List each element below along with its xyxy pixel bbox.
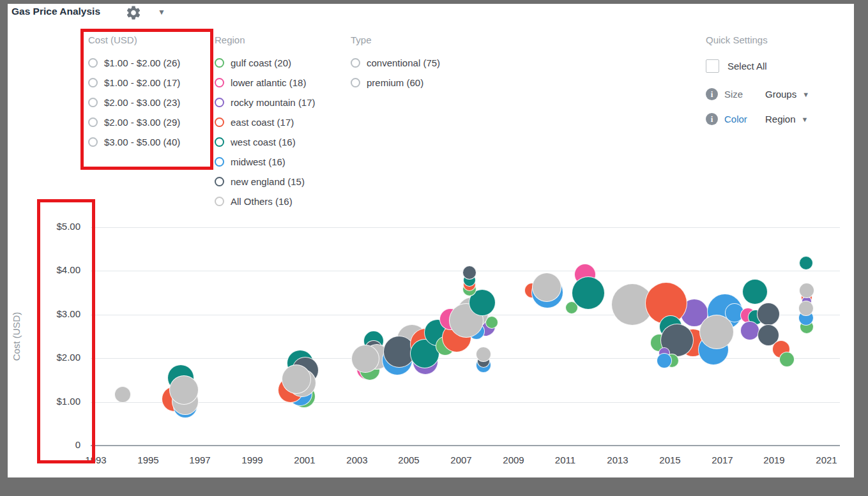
gear-icon[interactable] (125, 4, 142, 21)
region-filter-option-label: midwest (16) (231, 156, 286, 167)
annotation-box-cost-filter (80, 29, 213, 170)
region-filter-option[interactable]: west coast (16) (215, 135, 316, 149)
color-label: Color (724, 114, 765, 124)
x-tick-label: 2009 (494, 455, 533, 465)
radio-icon[interactable] (215, 98, 224, 107)
region-filter: Region gulf coast (20)lower atlantic (18… (215, 34, 316, 208)
size-dropdown[interactable]: Groups (765, 89, 796, 100)
app-window: Gas Price Analysis ▼ Cost (USD) $1.00 - … (0, 0, 868, 496)
x-tick-label: 2019 (755, 455, 793, 465)
radio-icon[interactable] (351, 78, 360, 87)
region-filter-option-label: rocky mountain (17) (231, 97, 316, 108)
bubble[interactable] (740, 321, 759, 340)
x-tick-label: 2001 (286, 455, 324, 465)
x-tick-label: 2011 (546, 455, 584, 465)
bubble[interactable] (742, 279, 768, 304)
bubble[interactable] (757, 303, 780, 326)
quick-settings-header: Quick Settings (706, 34, 865, 49)
bubble[interactable] (282, 364, 311, 394)
title-dropdown-caret-icon[interactable]: ▼ (158, 8, 165, 17)
type-filter-option[interactable]: conventional (75) (351, 56, 440, 70)
region-filter-option-label: lower atlantic (18) (231, 77, 306, 88)
bubble[interactable] (169, 375, 199, 405)
x-tick-label: 2003 (338, 455, 376, 465)
region-filter-option-label: All Others (16) (231, 196, 293, 207)
annotation-box-y-axis-labels (37, 199, 95, 463)
radio-icon[interactable] (215, 137, 224, 147)
bubble[interactable] (798, 301, 814, 316)
size-dropdown-caret-icon[interactable]: ▼ (802, 91, 809, 98)
region-filter-option[interactable]: gulf coast (20) (215, 56, 316, 70)
region-filter-option-label: east coast (17) (231, 117, 294, 128)
x-tick-label: 1999 (233, 455, 271, 465)
bubble[interactable] (657, 353, 672, 368)
region-filter-option-label: west coast (16) (231, 137, 296, 147)
bubble[interactable] (532, 273, 561, 302)
region-filter-option[interactable]: new england (15) (215, 174, 316, 188)
x-tick-label: 2005 (390, 455, 428, 465)
x-tick-label: 2021 (807, 455, 846, 465)
radio-icon[interactable] (215, 58, 224, 68)
bubble[interactable] (462, 266, 476, 280)
x-tick-label: 1995 (129, 455, 167, 465)
bubble[interactable] (799, 256, 813, 270)
quick-settings: Quick Settings Select All i Size Groups … (706, 34, 865, 125)
gridline (91, 227, 840, 228)
size-label: Size (724, 89, 765, 100)
x-tick-label: 2017 (703, 455, 742, 465)
bubble[interactable] (572, 276, 605, 310)
bubble[interactable] (114, 386, 131, 403)
radio-icon[interactable] (215, 177, 224, 186)
gridline (91, 402, 840, 403)
bubble[interactable] (351, 345, 379, 373)
type-filter-option-label: conventional (75) (367, 57, 440, 68)
type-filter-option[interactable]: premium (60) (351, 75, 440, 89)
y-axis-title: Cost (USD) (11, 298, 24, 375)
x-tick-label: 2013 (598, 455, 637, 465)
select-all-label[interactable]: Select All (727, 61, 767, 71)
region-filter-option[interactable]: lower atlantic (18) (215, 75, 316, 89)
radio-icon[interactable] (351, 58, 360, 68)
x-tick-label: 1997 (181, 455, 219, 465)
info-icon[interactable]: i (706, 88, 718, 100)
info-icon[interactable]: i (706, 113, 718, 125)
x-axis-line (91, 445, 840, 446)
region-filter-option-label: gulf coast (20) (231, 57, 291, 68)
region-filter-option[interactable]: east coast (17) (215, 115, 316, 129)
bubble[interactable] (476, 347, 491, 362)
select-all-checkbox[interactable] (706, 59, 719, 73)
gridline (91, 358, 840, 359)
type-filter: Type conventional (75)premium (60) (351, 34, 440, 89)
x-tick-label: 2015 (651, 455, 689, 465)
region-filter-option[interactable]: All Others (16) (215, 194, 316, 208)
region-filter-header: Region (215, 34, 316, 49)
radio-icon[interactable] (215, 78, 224, 87)
x-tick-label: 2007 (442, 455, 480, 465)
color-dropdown[interactable]: Region (765, 114, 796, 124)
region-filter-option-label: new england (15) (231, 176, 305, 187)
bubble[interactable] (779, 352, 795, 367)
radio-icon[interactable] (215, 197, 224, 206)
region-filter-option[interactable]: midwest (16) (215, 154, 316, 169)
radio-icon[interactable] (215, 157, 224, 167)
bubble[interactable] (799, 283, 814, 298)
radio-icon[interactable] (215, 117, 224, 127)
region-filter-option[interactable]: rocky mountain (17) (215, 95, 316, 109)
color-dropdown-caret-icon[interactable]: ▼ (802, 116, 809, 123)
type-filter-header: Type (351, 34, 440, 49)
page-title: Gas Price Analysis (11, 6, 100, 17)
type-filter-option-label: premium (60) (367, 77, 423, 88)
